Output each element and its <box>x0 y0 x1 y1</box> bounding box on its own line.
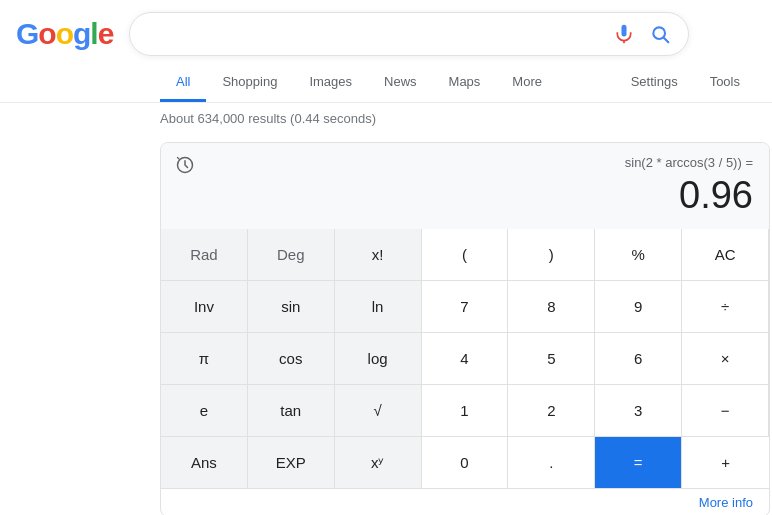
calc-btn-close-paren[interactable]: ) <box>508 229 595 281</box>
calc-expression: sin(2 * arccos(3 / 5)) = <box>625 155 753 170</box>
calc-btn-ans[interactable]: Ans <box>161 437 248 489</box>
microphone-icon[interactable] <box>612 22 636 46</box>
calc-btn-8[interactable]: 8 <box>508 281 595 333</box>
calc-btn-add[interactable]: + <box>682 437 769 489</box>
tab-shopping[interactable]: Shopping <box>206 64 293 102</box>
calc-btn-e[interactable]: e <box>161 385 248 437</box>
search-bar: sin(2*arccos(3/5)) <box>129 12 689 56</box>
tab-news[interactable]: News <box>368 64 433 102</box>
more-info-link[interactable]: More info <box>699 495 753 510</box>
calc-btn-multiply[interactable]: × <box>682 333 769 385</box>
calc-btn-pi[interactable]: π <box>161 333 248 385</box>
calc-btn-7[interactable]: 7 <box>422 281 509 333</box>
header: Google sin(2*arccos(3/5)) <box>0 0 772 56</box>
calc-btn-subtract[interactable]: − <box>682 385 769 437</box>
calc-btn-1[interactable]: 1 <box>422 385 509 437</box>
tab-more[interactable]: More <box>496 64 558 102</box>
calc-display: sin(2 * arccos(3 / 5)) = 0.96 <box>161 143 769 229</box>
tab-tools[interactable]: Tools <box>694 64 756 102</box>
logo-letter-l: l <box>90 17 97 50</box>
calc-btn-log[interactable]: log <box>335 333 422 385</box>
logo-letter-o1: o <box>38 17 55 50</box>
tab-images[interactable]: Images <box>293 64 368 102</box>
calc-buttons: Rad Deg x! ( ) % AC Inv sin ln 7 8 9 ÷ π… <box>161 229 769 489</box>
search-input[interactable]: sin(2*arccos(3/5)) <box>146 25 612 43</box>
logo-letter-g: G <box>16 17 38 50</box>
calc-btn-inv[interactable]: Inv <box>161 281 248 333</box>
calc-btn-deg[interactable]: Deg <box>248 229 335 281</box>
calc-btn-divide[interactable]: ÷ <box>682 281 769 333</box>
calc-btn-ln[interactable]: ln <box>335 281 422 333</box>
calc-btn-factorial[interactable]: x! <box>335 229 422 281</box>
calculator: sin(2 * arccos(3 / 5)) = 0.96 Rad Deg x!… <box>160 142 770 515</box>
calc-result: 0.96 <box>679 174 753 217</box>
logo-letter-o2: o <box>56 17 73 50</box>
calc-btn-4[interactable]: 4 <box>422 333 509 385</box>
logo-letter-g2: g <box>73 17 90 50</box>
more-info: More info <box>161 489 769 515</box>
results-summary: About 634,000 results (0.44 seconds) <box>0 103 772 134</box>
calc-btn-power[interactable]: xʸ <box>335 437 422 489</box>
calc-btn-9[interactable]: 9 <box>595 281 682 333</box>
tab-maps[interactable]: Maps <box>433 64 497 102</box>
nav-right: Settings Tools <box>615 64 756 102</box>
calc-btn-cos[interactable]: cos <box>248 333 335 385</box>
calc-btn-percent[interactable]: % <box>595 229 682 281</box>
calc-btn-sqrt[interactable]: √ <box>335 385 422 437</box>
calc-btn-exp[interactable]: EXP <box>248 437 335 489</box>
tab-all[interactable]: All <box>160 64 206 102</box>
calc-btn-2[interactable]: 2 <box>508 385 595 437</box>
calc-btn-tan[interactable]: tan <box>248 385 335 437</box>
search-button[interactable] <box>648 22 672 46</box>
logo[interactable]: Google <box>16 17 113 51</box>
calc-btn-sin[interactable]: sin <box>248 281 335 333</box>
svg-line-1 <box>664 38 669 43</box>
calc-btn-open-paren[interactable]: ( <box>422 229 509 281</box>
calc-btn-equals[interactable]: = <box>595 437 682 489</box>
calc-btn-5[interactable]: 5 <box>508 333 595 385</box>
search-icons <box>612 22 672 46</box>
calc-btn-0[interactable]: 0 <box>422 437 509 489</box>
nav-tabs: All Shopping Images News Maps More Setti… <box>0 64 772 103</box>
calc-btn-3[interactable]: 3 <box>595 385 682 437</box>
logo-letter-e: e <box>98 17 114 50</box>
calc-btn-rad[interactable]: Rad <box>161 229 248 281</box>
tab-settings[interactable]: Settings <box>615 64 694 102</box>
calc-btn-6[interactable]: 6 <box>595 333 682 385</box>
calc-btn-ac[interactable]: AC <box>682 229 769 281</box>
calc-btn-decimal[interactable]: . <box>508 437 595 489</box>
history-icon[interactable] <box>175 155 195 180</box>
